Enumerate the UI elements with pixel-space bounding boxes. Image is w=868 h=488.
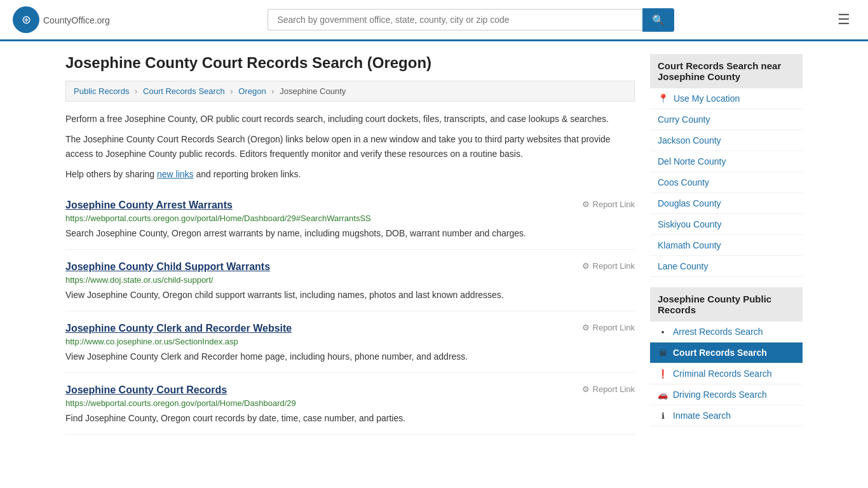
sidebar-county-link-4[interactable]: Douglas County	[658, 198, 721, 208]
sidebar-county-item-1[interactable]: Jackson County	[650, 130, 803, 151]
result-desc-3: Find Josephine County, Oregon court reco…	[65, 412, 635, 425]
sidebar-county-link-3[interactable]: Coos County	[658, 177, 709, 187]
menu-button[interactable]: ☰	[832, 9, 855, 30]
sidebar-county-link-5[interactable]: Siskiyou County	[658, 219, 721, 229]
sidebar-public-records-section: Josephine County Public Records ▪ Arrest…	[650, 287, 803, 426]
sidebar-pr-link-3[interactable]: Driving Records Search	[673, 390, 767, 400]
logo-area: ⊛ CountyOffice.org	[13, 6, 110, 33]
sidebar-public-records-title: Josephine County Public Records	[650, 287, 803, 322]
sidebar-county-link-6[interactable]: Klamath County	[658, 240, 721, 250]
sidebar-pr-item-3[interactable]: 🚗 Driving Records Search	[650, 384, 803, 405]
result-url-3: https://webportal.courts.oregon.gov/port…	[65, 398, 635, 408]
sidebar-pr-link-1[interactable]: Court Records Search	[673, 348, 767, 358]
description-3: Help others by sharing new links and rep…	[65, 167, 635, 181]
sidebar-county-item-7[interactable]: Lane County	[650, 256, 803, 277]
result-url-2: http://www.co.josephine.or.us/SectionInd…	[65, 337, 635, 346]
public-records-list: ▪ Arrest Records Search 🏛 Court Records …	[650, 322, 803, 426]
breadcrumb-sep-3: ›	[271, 86, 274, 96]
page-title: Josephine County Court Records Search (O…	[65, 54, 635, 72]
nearby-counties-list: Curry CountyJackson CountyDel Norte Coun…	[650, 109, 803, 277]
sidebar-county-item-3[interactable]: Coos County	[650, 172, 803, 193]
sidebar-county-link-2[interactable]: Del Norte County	[658, 156, 726, 166]
result-title-2[interactable]: Josephine County Clerk and Recorder Webs…	[65, 323, 292, 334]
report-link-1[interactable]: ⚙ Report Link	[582, 261, 635, 271]
sidebar-county-link-0[interactable]: Curry County	[658, 114, 710, 125]
sidebar-pr-icon-0: ▪	[658, 327, 668, 337]
sidebar-pr-icon-4: ℹ	[658, 411, 668, 421]
breadcrumb-sep-1: ›	[135, 86, 137, 96]
location-icon: 📍	[658, 93, 668, 104]
result-header: Josephine County Child Support Warrants …	[65, 261, 635, 273]
sidebar-pr-link-2[interactable]: Criminal Records Search	[673, 369, 772, 379]
sidebar-nearby-title: Court Records Search near Josephine Coun…	[650, 54, 803, 88]
search-button[interactable]: 🔍	[642, 8, 674, 32]
result-header: Josephine County Court Records ⚙ Report …	[65, 384, 635, 396]
sidebar-county-link-7[interactable]: Lane County	[658, 261, 708, 271]
result-desc-0: Search Josephine County, Oregon arrest w…	[65, 227, 635, 240]
sidebar-pr-item-2[interactable]: ❗ Criminal Records Search	[650, 363, 803, 384]
sidebar-pr-link-4[interactable]: Inmate Search	[673, 410, 731, 421]
new-links-link[interactable]: new links	[157, 169, 194, 179]
sidebar-county-item-6[interactable]: Klamath County	[650, 235, 803, 256]
sidebar: Court Records Search near Josephine Coun…	[650, 54, 803, 437]
search-input[interactable]	[268, 9, 642, 30]
result-title-3[interactable]: Josephine County Court Records	[65, 384, 227, 396]
sidebar-use-my-location[interactable]: 📍 Use My Location	[650, 88, 803, 109]
sidebar-pr-item-4[interactable]: ℹ Inmate Search	[650, 405, 803, 426]
sidebar-pr-icon-3: 🚗	[658, 390, 668, 400]
result-desc-1: View Josephine County, Oregon child supp…	[65, 288, 635, 302]
sidebar-county-item-5[interactable]: Siskiyou County	[650, 214, 803, 235]
breadcrumb-current: Josephine County	[280, 86, 346, 96]
breadcrumb-court-records[interactable]: Court Records Search	[143, 86, 225, 96]
result-url-1: https://www.doj.state.or.us/child-suppor…	[65, 275, 635, 285]
content-area: Josephine County Court Records Search (O…	[65, 54, 635, 437]
report-icon-0: ⚙	[582, 200, 590, 209]
result-title-1[interactable]: Josephine County Child Support Warrants	[65, 261, 270, 273]
result-item: Josephine County Arrest Warrants ⚙ Repor…	[65, 188, 635, 250]
site-header: ⊛ CountyOffice.org 🔍 ☰	[0, 0, 868, 41]
main-container: Josephine County Court Records Search (O…	[53, 41, 815, 449]
description-1: Perform a free Josephine County, OR publ…	[65, 112, 635, 126]
logo-text: CountyOffice.org	[43, 13, 110, 27]
result-url-0: https://webportal.courts.oregon.gov/port…	[65, 214, 635, 223]
result-item: Josephine County Child Support Warrants …	[65, 250, 635, 311]
report-icon-1: ⚙	[582, 261, 590, 271]
result-header: Josephine County Clerk and Recorder Webs…	[65, 323, 635, 334]
report-link-3[interactable]: ⚙ Report Link	[582, 384, 635, 394]
result-desc-2: View Josephine County Clerk and Recorder…	[65, 350, 635, 363]
result-title-0[interactable]: Josephine County Arrest Warrants	[65, 200, 233, 211]
breadcrumb-sep-2: ›	[230, 86, 233, 96]
report-icon-3: ⚙	[582, 384, 590, 394]
result-item: Josephine County Clerk and Recorder Webs…	[65, 311, 635, 373]
sidebar-county-item-4[interactable]: Douglas County	[650, 193, 803, 214]
logo-icon: ⊛	[13, 6, 39, 33]
breadcrumb-public-records[interactable]: Public Records	[74, 86, 129, 96]
breadcrumb-oregon[interactable]: Oregon	[238, 86, 266, 96]
sidebar-pr-item-0[interactable]: ▪ Arrest Records Search	[650, 322, 803, 342]
sidebar-pr-link-0[interactable]: Arrest Records Search	[673, 327, 763, 337]
description-2: The Josephine County Court Records Searc…	[65, 132, 635, 161]
sidebar-pr-icon-2: ❗	[658, 369, 668, 379]
sidebar-pr-icon-1: 🏛	[658, 348, 668, 358]
search-area: 🔍	[268, 8, 674, 32]
result-item: Josephine County Court Records ⚙ Report …	[65, 373, 635, 435]
report-link-0[interactable]: ⚙ Report Link	[582, 200, 635, 209]
report-link-2[interactable]: ⚙ Report Link	[582, 323, 635, 332]
breadcrumb: Public Records › Court Records Search › …	[65, 81, 635, 102]
sidebar-county-item-0[interactable]: Curry County	[650, 109, 803, 130]
sidebar-pr-item-1[interactable]: 🏛 Court Records Search	[650, 342, 803, 363]
sidebar-nearby-section: Court Records Search near Josephine Coun…	[650, 54, 803, 277]
result-header: Josephine County Arrest Warrants ⚙ Repor…	[65, 200, 635, 211]
report-icon-2: ⚙	[582, 323, 590, 332]
results-list: Josephine County Arrest Warrants ⚙ Repor…	[65, 188, 635, 435]
sidebar-county-item-2[interactable]: Del Norte County	[650, 151, 803, 172]
sidebar-county-link-1[interactable]: Jackson County	[658, 135, 721, 146]
use-my-location-link[interactable]: Use My Location	[674, 93, 740, 104]
